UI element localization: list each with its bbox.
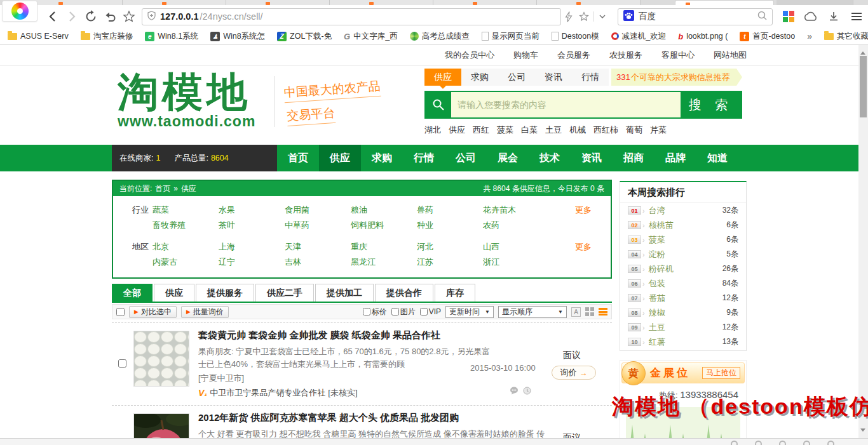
filter-link[interactable]: 浙江 [483, 256, 549, 268]
statusbar-icon[interactable] [803, 441, 810, 445]
utility-link[interactable]: 我的会员中心 [445, 50, 494, 61]
list-tab[interactable]: 库存 [435, 284, 475, 302]
rank-keyword[interactable]: 包装 [649, 278, 722, 289]
nav-item[interactable]: 求购 [361, 145, 403, 171]
filter-checkbox-VIP[interactable]: VIP [420, 307, 441, 317]
filter-link[interactable]: 花卉苗木 [483, 204, 549, 216]
select-all-checkbox[interactable] [116, 308, 125, 316]
utility-link[interactable]: 购物车 [513, 50, 538, 61]
list-tab[interactable]: 提供合作 [375, 284, 433, 302]
utility-link[interactable]: 客服中心 [661, 50, 695, 61]
url-bar[interactable]: 127.0.0.1 /24nysc.cn/sell/ [142, 8, 561, 25]
chevron-down-icon[interactable] [595, 8, 610, 25]
bookmark-star-button[interactable] [119, 8, 139, 25]
background-tab[interactable] [537, 0, 641, 5]
grab-booth-button[interactable]: 马上抢位 [702, 367, 740, 379]
filter-link[interactable]: 内蒙古 [153, 256, 219, 268]
browser-logo-button[interactable] [2, 1, 37, 22]
filter-checkbox-标价[interactable]: 标价 [363, 307, 387, 317]
filter-link[interactable]: 吉林 [285, 256, 351, 268]
search-category-tab[interactable]: 行情 [572, 69, 609, 86]
rank-keyword[interactable]: 台湾 [649, 205, 722, 216]
search-category-tab[interactable]: 公司 [498, 69, 535, 86]
checkbox[interactable] [391, 308, 399, 315]
baidu-search-box[interactable]: 百度 [618, 8, 773, 25]
utility-link[interactable]: 农技服务 [609, 50, 642, 61]
search-category-tab[interactable]: 供应 [424, 69, 461, 86]
statusbar-icon[interactable] [779, 441, 786, 445]
more-link[interactable]: 更多 [575, 204, 611, 231]
listing-title[interactable]: 2012年新货 供应阿克苏寒富苹果 超大个头 优质果品 批发团购 [198, 412, 497, 424]
filter-link[interactable]: 粮油 [351, 204, 417, 216]
search-button[interactable]: 搜 索 [681, 92, 741, 117]
nav-item[interactable]: 公司 [445, 145, 487, 171]
hot-keyword-link[interactable]: 机械 [569, 124, 586, 136]
batch-inquiry-button[interactable]: ▶批量询价 [181, 306, 229, 318]
filter-link[interactable]: 农药 [483, 220, 549, 231]
listing-company[interactable]: 中卫市卫宁果品产销专业合作社 [210, 387, 325, 399]
filter-link[interactable]: 重庆 [351, 241, 417, 253]
rank-keyword[interactable]: 淀粉 [649, 249, 727, 260]
site-logo[interactable]: 淘模地 www.taomodi.com [118, 71, 255, 130]
statusbar-icon[interactable] [731, 441, 738, 445]
hot-keyword-link[interactable]: 西红柿 [593, 124, 618, 136]
message-icon[interactable] [510, 386, 519, 397]
rank-keyword[interactable]: 土豆 [649, 322, 722, 333]
filter-link[interactable]: 蔬菜 [153, 204, 219, 216]
promo-banner[interactable]: 331个可靠的大宗求购信息推荐 [611, 69, 742, 86]
bookmark-item[interactable]: 高考总成绩查 [410, 31, 470, 42]
listing-checkbox[interactable] [118, 359, 126, 368]
forward-button[interactable] [62, 8, 81, 25]
filter-link[interactable]: 饲料肥料 [351, 220, 417, 231]
search-input[interactable] [451, 92, 681, 117]
undo-button[interactable] [100, 8, 119, 25]
hot-keyword-link[interactable]: 供应 [449, 124, 465, 136]
bookmark-item[interactable]: 减速机_欢迎 [611, 31, 666, 42]
hot-keyword-link[interactable]: 葡萄 [626, 124, 642, 136]
rank-keyword[interactable]: 红薯 [649, 336, 722, 348]
scrollbar-thumb[interactable] [860, 56, 867, 117]
hot-keyword-link[interactable]: 白菜 [521, 124, 538, 136]
listing-title[interactable]: 套袋黄元帅 套袋金帅 金帅批发 膜袋 纸袋金帅 果品合作社 [198, 329, 497, 342]
statusbar-icon[interactable] [827, 441, 834, 445]
compare-selected-button[interactable]: ▶对比选中 [129, 306, 177, 318]
nav-item[interactable]: 资讯 [571, 145, 613, 171]
bookmarks-overflow-chevron[interactable]: » [807, 31, 812, 41]
background-tab[interactable] [226, 0, 330, 5]
hot-keyword-link[interactable]: 芹菜 [650, 124, 667, 136]
bookmark-item[interactable]: G中文字库_西 [344, 31, 398, 42]
list-tab[interactable]: 提供服务 [196, 284, 254, 302]
nav-item[interactable]: 供应 [319, 145, 361, 171]
scroll-down-arrow-icon[interactable] [860, 428, 865, 434]
filter-link[interactable]: 江苏 [417, 256, 483, 268]
nav-item[interactable]: 品牌 [654, 145, 696, 171]
apps-grid-icon[interactable] [783, 11, 794, 22]
list-tab[interactable]: 全部 [112, 284, 153, 302]
hot-keyword-link[interactable]: 西红 [473, 124, 489, 136]
search-category-tab[interactable]: 求购 [461, 69, 498, 86]
search-icon[interactable] [757, 11, 767, 23]
nav-item[interactable]: 行情 [403, 145, 445, 171]
bookmark-item[interactable]: eWin8.1系统 [145, 31, 198, 42]
hot-keyword-link[interactable]: 土豆 [545, 124, 562, 136]
nav-item[interactable]: 首页 [277, 145, 319, 171]
filter-checkbox-图片[interactable]: 图片 [391, 307, 416, 317]
active-tab[interactable] [675, 0, 774, 5]
checkbox[interactable] [420, 308, 428, 315]
list-tab[interactable]: 供应 [154, 284, 194, 302]
more-link[interactable]: 更多 [575, 241, 611, 268]
list-view-icon[interactable] [599, 307, 607, 316]
statusbar-icon[interactable] [755, 441, 762, 445]
filter-link[interactable]: 畜牧养殖 [153, 220, 219, 231]
bookmark-item[interactable]: 淘宝店装修 [81, 31, 133, 42]
listing-image[interactable] [133, 413, 189, 438]
rank-keyword[interactable]: 菠菜 [649, 234, 727, 246]
bookmark-item[interactable]: ASUS E-Serv [8, 32, 69, 41]
filter-link[interactable]: 兽药 [417, 204, 483, 216]
filter-link[interactable]: 辽宁 [219, 256, 285, 268]
filter-link[interactable]: 河北 [417, 241, 483, 253]
grid-view-icon[interactable] [585, 307, 594, 316]
bookmark-item[interactable]: ♟Win8系统怎 [210, 31, 265, 42]
background-tab[interactable] [123, 0, 226, 5]
bookmark-item[interactable]: ZZOL下载-免 [277, 31, 332, 42]
